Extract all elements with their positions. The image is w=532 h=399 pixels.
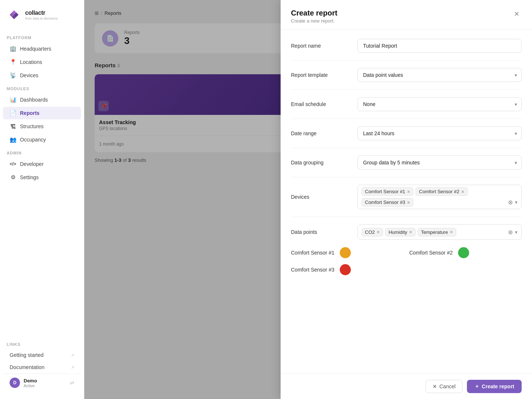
date-range-select[interactable]: Last 24 hours Last 7 days Last 30 days C… [358,126,522,140]
device-tag-3-remove[interactable]: × [407,200,410,205]
date-range-select-wrapper: Last 24 hours Last 7 days Last 30 days C… [358,126,522,140]
data-point-tag-3-remove[interactable]: × [450,229,453,235]
cancel-button[interactable]: ✕ Cancel [426,380,462,393]
sensor-2-dot[interactable] [458,247,469,258]
sidebar-label-settings: Settings [20,174,39,180]
device-tag-3: Comfort Sensor #3 × [362,198,413,207]
email-schedule-control: None Daily Weekly Monthly ▾ [358,97,522,111]
data-grouping-select[interactable]: Group data by 1 minute Group data by 5 m… [358,156,522,170]
devices-icon: 📡 [10,72,16,79]
developer-icon: </> [10,161,16,167]
sidebar-label-dashboards: Dashboards [20,97,48,103]
settings-icon: ⚙ [10,174,16,181]
date-range-label: Date range [291,130,350,136]
cancel-icon: ✕ [433,383,437,389]
form-row-data-grouping: Data grouping Group data by 1 minute Gro… [291,156,522,170]
form-row-report-template: Report template Data point values Summar… [291,68,522,82]
email-schedule-select[interactable]: None Daily Weekly Monthly [358,97,522,111]
sidebar-item-documentation[interactable]: Documentation ↗ [3,361,81,373]
create-report-button[interactable]: ＋ Create report [467,380,522,393]
sidebar-item-settings[interactable]: ⚙ Settings [3,171,81,184]
reports-icon: 📄 [10,110,16,116]
device-tag-1: Comfort Sensor #1 × [362,187,413,196]
sidebar-item-occupancy[interactable]: 👥 Occupancy [3,133,81,146]
report-name-input[interactable] [358,39,522,53]
sidebar-label-structures: Structures [20,123,44,129]
modal-close-button[interactable]: ✕ [511,9,522,19]
data-point-tag-2-label: Humidity [389,229,407,235]
sidebar-label-devices: Devices [20,72,38,78]
sidebar-item-devices[interactable]: 📡 Devices [3,69,81,82]
sensor-1-label: Comfort Sensor #1 [291,250,335,256]
email-schedule-select-wrapper: None Daily Weekly Monthly ▾ [358,97,522,111]
sidebar-item-reports[interactable]: 📄 Reports [3,107,81,119]
sidebar-label-reports: Reports [20,110,40,116]
external-link-icon-2: ↗ [71,365,74,370]
devices-chevron[interactable]: ▾ [515,200,518,205]
occupancy-icon: 👥 [10,136,16,143]
data-points-chevron[interactable]: ▾ [515,229,518,235]
create-icon: ＋ [474,383,480,390]
report-template-label: Report template [291,72,350,78]
create-report-modal: Create report Create a new report. ✕ Rep… [281,0,532,399]
sidebar-item-locations[interactable]: 📍 Locations [3,56,81,68]
user-avatar: D [10,378,20,388]
create-label: Create report [482,383,514,389]
report-name-control [358,39,522,53]
user-switch-icon: ⇄ [70,380,74,386]
sidebar-item-structures[interactable]: 🏗 Structures [3,120,81,133]
sensor-3-dot[interactable] [340,264,351,275]
device-tag-2-label: Comfort Sensor #2 [419,189,459,194]
devices-clear-icon[interactable]: ⊗ [508,199,513,206]
data-point-tag-1-remove[interactable]: × [377,229,380,235]
device-tag-2-remove[interactable]: × [461,189,464,194]
sidebar-section-platform: Platform [0,31,84,42]
form-row-report-name: Report name [291,39,522,53]
devices-tags-input[interactable]: Comfort Sensor #1 × Comfort Sensor #2 × … [358,185,522,209]
report-template-control: Data point values Summary Detailed ▾ [358,68,522,82]
device-tag-1-remove[interactable]: × [407,189,410,194]
sidebar-item-developer[interactable]: </> Developer [3,158,81,170]
data-grouping-control: Group data by 1 minute Group data by 5 m… [358,156,522,170]
getting-started-label: Getting started [10,352,44,358]
data-point-tag-3: Temperature × [418,228,456,236]
data-point-tag-2-remove[interactable]: × [409,229,412,235]
data-points-input-controls: ⊗ ▾ [508,229,518,236]
report-template-select[interactable]: Data point values Summary Detailed [358,68,522,82]
sidebar-bottom: Links Getting started ↗ Documentation ↗ … [0,338,84,392]
report-name-label: Report name [291,43,350,49]
locations-icon: 📍 [10,59,16,65]
sidebar-label-occupancy: Occupancy [20,137,46,143]
modal-subtitle: Create a new report. [291,18,338,24]
email-schedule-label: Email schedule [291,101,350,107]
sidebar-label-locations: Locations [20,59,42,65]
devices-control: Comfort Sensor #1 × Comfort Sensor #2 × … [358,185,522,209]
sensor-grid: Comfort Sensor #1 Comfort Sensor #2 Comf… [291,247,522,275]
data-point-tag-2: Humidity × [385,228,416,236]
form-row-devices: Devices Comfort Sensor #1 × Comfort Sens… [291,185,522,209]
modal-footer: ✕ Cancel ＋ Create report [281,374,532,399]
sidebar-item-headquarters[interactable]: 🏢 Headquarters [3,42,81,55]
headquarters-icon: 🏢 [10,45,16,52]
logo: collactr from data to decisions [0,7,84,31]
documentation-label: Documentation [10,364,44,370]
form-row-data-points: Data points CO2 × Humidity × Temperature… [291,224,522,240]
sidebar-item-dashboards[interactable]: 📊 Dashboards [3,93,81,106]
device-tag-2: Comfort Sensor #2 × [416,187,467,196]
sidebar-user[interactable]: D Demo Active ⇄ [3,374,81,392]
external-link-icon: ↗ [71,353,74,358]
data-points-tags-input[interactable]: CO2 × Humidity × Temperature × ⊗ ▾ [358,224,522,240]
device-tag-1-label: Comfort Sensor #1 [365,189,405,194]
report-template-select-wrapper: Data point values Summary Detailed ▾ [358,68,522,82]
sidebar-section-modules: Modules [0,82,84,93]
modal-title: Create report [291,9,338,17]
data-points-clear-icon[interactable]: ⊗ [508,229,513,236]
sensor-1-dot[interactable] [340,247,351,258]
data-point-tag-1: CO2 × [362,228,383,236]
sidebar-section-links: Links [0,338,84,349]
modal-body: Report name Report template Data point v… [281,30,532,374]
modal-header: Create report Create a new report. ✕ [281,0,532,30]
data-points-control: CO2 × Humidity × Temperature × ⊗ ▾ [358,224,522,240]
sidebar-item-getting-started[interactable]: Getting started ↗ [3,349,81,361]
devices-label: Devices [291,194,350,200]
